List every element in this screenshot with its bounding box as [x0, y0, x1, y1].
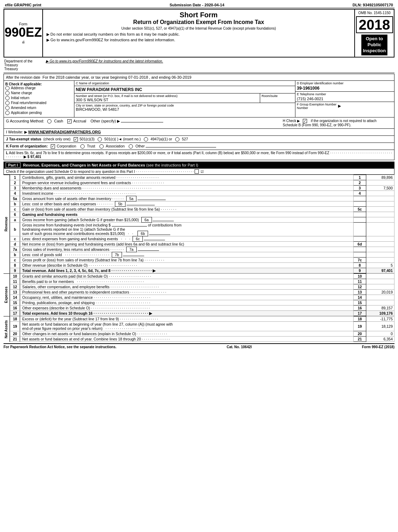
- alternate-label: After the revision date: [6, 75, 40, 79]
- amount-5a: [366, 196, 394, 201]
- row-num-5a: 5a: [10, 196, 20, 201]
- table-row: c Gross profit or (loss) from sales of i…: [10, 258, 394, 263]
- l-text: Add lines 5b, 6c, and 7b to line 9 to de…: [6, 151, 392, 159]
- other-org-field[interactable]: [146, 147, 216, 147]
- amount-9: 97,401: [366, 268, 394, 273]
- website-label: I Website: ▶: [6, 130, 27, 134]
- form-number-block: Form 990EZ 🖨: [4, 10, 43, 57]
- sub-field-5b[interactable]: [127, 205, 155, 205]
- line-col-5a: [354, 196, 366, 201]
- address-change-radio[interactable]: [5, 86, 10, 90]
- row-num-5c: c: [10, 207, 20, 212]
- amount-15: [366, 300, 394, 306]
- amount-20: 0: [366, 331, 394, 337]
- phone-label: E Telephone number: [297, 92, 393, 96]
- row-desc-5a: Gross amount from sale of assets other t…: [20, 196, 354, 201]
- accrual-checkbox[interactable]: [67, 119, 72, 123]
- address-change-label: Address charge: [11, 86, 36, 90]
- row-num-17: 17: [10, 311, 20, 316]
- accounting-left: G Accounting Method: Cash Accrual Other …: [6, 119, 283, 123]
- address-block: Number and street (or P.O. box, if mail …: [74, 93, 260, 103]
- amount-7b: [366, 252, 394, 258]
- h-checkbox[interactable]: [303, 119, 307, 123]
- assoc-radio[interactable]: [99, 144, 104, 149]
- row-num-7a: 7a: [10, 247, 20, 252]
- address-change-item: Address charge: [5, 86, 73, 90]
- amount-6b: [366, 223, 394, 236]
- row-desc-14: Occupancy, rent, utilities, and maintena…: [20, 295, 354, 300]
- l-amount: ▶ $ 97,401: [24, 155, 41, 159]
- footer-cat: Cat. No. 10642I: [227, 345, 252, 349]
- org-name: NEW PARADIGM PARTNERS INC: [74, 86, 295, 93]
- other-label: Other (specify) ▶: [91, 119, 120, 123]
- row-num-7b: b: [10, 252, 20, 258]
- row-num-12: 12: [10, 284, 20, 290]
- 501c-radio[interactable]: [98, 137, 102, 141]
- table-row: c Gain or (loss) from sale of assets oth…: [10, 207, 394, 212]
- 4947-radio[interactable]: [144, 137, 148, 141]
- check-service-block: B Check if applicable: Address charge Na…: [4, 81, 74, 117]
- table-row: 21 Net assets or fund balances at end of…: [10, 337, 394, 342]
- dept-right: ▶ Go to www.irs.gov/Form990EZ for instru…: [42, 59, 394, 64]
- line-col-8: 8: [354, 263, 366, 268]
- amount-18: -11,775: [366, 316, 394, 322]
- row-num-6c: c: [10, 236, 20, 242]
- line-col-6c: [354, 236, 366, 242]
- sub-field-5a[interactable]: [137, 200, 166, 200]
- line-col-12: 12: [354, 284, 366, 290]
- l-label: L: [6, 151, 8, 155]
- table-row: 16 Other expenses (describe in Schedule …: [10, 306, 394, 311]
- sub-field-6a[interactable]: [153, 221, 174, 221]
- corp-checkbox[interactable]: [51, 144, 55, 149]
- phone-value: (715) 246-0021: [297, 97, 393, 101]
- amount-7c: [366, 258, 394, 263]
- instructions-link[interactable]: ▶ Go to www.irs.gov/Form990EZ for instru…: [46, 59, 163, 63]
- address-row: Number and street (or P.O. box, if mail …: [74, 93, 295, 103]
- main-table-wrapper: Revenue 1 Contributions, gifts, grants, …: [4, 175, 394, 273]
- table-row: 18 Excess or (deficit) for the year (Sub…: [10, 316, 394, 322]
- sub-field-6c[interactable]: [144, 240, 165, 240]
- 527-radio[interactable]: [175, 137, 179, 141]
- phone-section: E Telephone number (715) 246-0021: [295, 92, 394, 102]
- app-pending-radio[interactable]: [5, 111, 10, 115]
- line-col-5b: [354, 201, 366, 207]
- amount-6a: [366, 217, 394, 223]
- line-col-6: [354, 212, 366, 217]
- amount-5b: [366, 201, 394, 207]
- final-return-radio[interactable]: [5, 101, 10, 105]
- short-form-title: Short Form: [47, 11, 351, 19]
- name-change-radio[interactable]: [5, 91, 10, 95]
- ein-section: D Employer identification number 39-1961…: [295, 81, 394, 92]
- sub-field-7b[interactable]: [123, 256, 144, 256]
- sub-field-7a[interactable]: [138, 250, 159, 251]
- return-title: Return of Organization Exempt From Incom…: [47, 19, 351, 25]
- row-desc-1: Contributions, gifts, grants, and simila…: [20, 175, 354, 180]
- other-radio[interactable]: [129, 144, 133, 149]
- part1-check-box[interactable]: [195, 169, 199, 174]
- other-field[interactable]: [121, 122, 163, 122]
- cash-radio[interactable]: [47, 119, 51, 123]
- trust-radio[interactable]: [80, 144, 85, 149]
- table-row: 2 Program service revenue including gove…: [10, 180, 394, 186]
- sub-field-6b[interactable]: [149, 235, 170, 235]
- table-row: 12 Salaries, other compensation, and emp…: [10, 284, 394, 290]
- ein-value: 39-1961006: [297, 86, 393, 91]
- row-num-8: 8: [10, 263, 20, 268]
- dept-row: Department of the Treasury Treasury ▶ Go…: [4, 59, 394, 73]
- row-num-13: 13: [10, 290, 20, 295]
- amount-8: 5: [366, 263, 394, 268]
- table-row: 20 Other changes in net assets or fund b…: [10, 331, 394, 337]
- 501c-label: 501(c)( )◄ (insert no.): [104, 137, 141, 141]
- row-num-20: 20: [10, 331, 20, 337]
- initial-return-radio[interactable]: [5, 96, 10, 100]
- row-desc-3: Membership dues and assessments · · · · …: [20, 186, 354, 191]
- 501c3-checkbox[interactable]: [74, 137, 78, 141]
- amount-6: [366, 212, 394, 217]
- omb: OMB No. 1545-1150: [358, 11, 391, 15]
- part1-check-row: Check if the organization used Schedule …: [4, 169, 394, 175]
- amended-return-radio[interactable]: [5, 106, 10, 110]
- net-assets-table: 18 Excess or (deficit) for the year (Sub…: [10, 316, 394, 342]
- row-num-5b: b: [10, 201, 20, 207]
- line-col-20: 20: [354, 331, 366, 337]
- fundraising-field[interactable]: [112, 226, 147, 226]
